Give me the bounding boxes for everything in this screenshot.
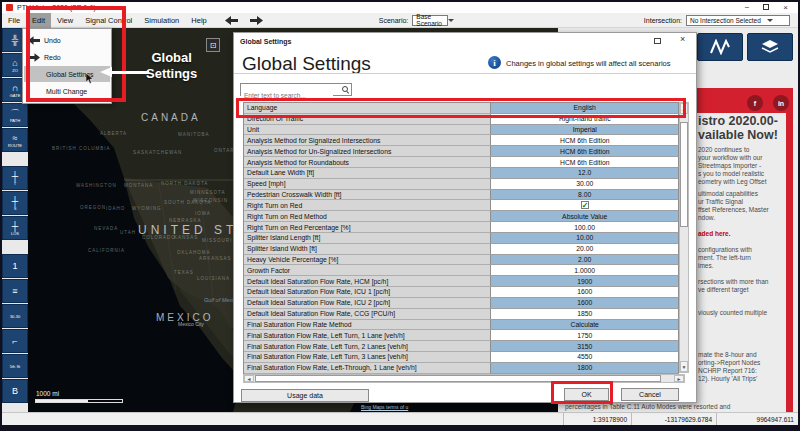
cancel-button[interactable]: Cancel bbox=[621, 388, 679, 401]
junction-t-tool-button[interactable]: ┼T bbox=[2, 166, 28, 190]
scroll-left-icon[interactable]: ◄ bbox=[244, 375, 254, 382]
dialog-close-button[interactable]: × bbox=[680, 34, 685, 44]
news-paragraph: mate the 8-hour andorting->Report NodesN… bbox=[698, 351, 793, 383]
intersection-label: Intersection: bbox=[644, 17, 682, 24]
setting-value[interactable]: HCM 6th Edition bbox=[491, 157, 679, 168]
map-label-wyoming: WYOMING bbox=[132, 206, 162, 211]
vertical-scrollbar[interactable]: ▲ ▼ bbox=[679, 102, 689, 373]
setting-value[interactable]: HCM 6th Edition bbox=[491, 135, 679, 146]
app-window: PTV Vistro 2020 (SP 0-6) − × FileEditVie… bbox=[0, 0, 800, 431]
info-icon: i bbox=[488, 56, 501, 69]
setting-value[interactable]: 12.0 bbox=[491, 168, 679, 179]
map-fit-screen-icon[interactable]: ⊡ bbox=[206, 38, 220, 52]
edit-menu-item-global-settings[interactable]: Global Settings bbox=[24, 66, 110, 82]
route-tool-button[interactable]: ≈ROUTE bbox=[2, 128, 28, 152]
setting-value[interactable]: 30.00 bbox=[491, 179, 679, 190]
setting-value[interactable]: 1850 bbox=[491, 309, 679, 320]
map-label-idaho: IDAHO bbox=[106, 206, 125, 211]
map-label-minnesota: MINNESOTA bbox=[190, 190, 225, 195]
los-tool-button[interactable]: ┼LOS bbox=[2, 216, 28, 240]
menu-file[interactable]: File bbox=[2, 13, 26, 28]
divider bbox=[234, 73, 696, 74]
bing-maps-terms-link[interactable]: Bing Maps terms of u bbox=[361, 404, 408, 410]
setting-value[interactable]: 4550 bbox=[491, 352, 679, 363]
setting-value[interactable]: 2.00 bbox=[491, 255, 679, 266]
setting-label: Analysis Method for Un-Signalized Inters… bbox=[244, 146, 491, 157]
setting-value[interactable]: 1800 bbox=[491, 363, 679, 374]
window-title: PTV Vistro 2020 (SP 0-6) bbox=[17, 4, 96, 11]
node-number-tool-button[interactable]: 1 bbox=[2, 254, 28, 278]
map-label-iowa: IOWA bbox=[195, 211, 211, 216]
news-paragraph: configurations withment. The left-turnim… bbox=[698, 246, 793, 270]
node-list-tool-button[interactable]: ≡ bbox=[2, 279, 28, 303]
setting-value[interactable]: Calculate bbox=[491, 320, 679, 331]
path-tool-button[interactable]: ⌒PATH bbox=[2, 103, 28, 127]
checkbox-checked-icon[interactable]: ✓ bbox=[581, 201, 589, 209]
linkedin-icon[interactable]: in bbox=[773, 95, 789, 111]
news-bottom-text: percentages in Table C.11 Auto Modes wer… bbox=[565, 403, 730, 410]
ramp-tool-button[interactable]: ⌐ bbox=[2, 329, 28, 353]
dialog-info-text: Changes in global settings will affect a… bbox=[506, 59, 671, 68]
setting-label: Direction Of Traffic bbox=[244, 114, 491, 125]
map-scale-bar bbox=[35, 399, 123, 403]
dialog-titlebar[interactable]: Global Settings bbox=[234, 33, 696, 49]
horizontal-scrollbar[interactable]: ◄ ► bbox=[243, 374, 685, 383]
timing-tool-button[interactable]: 30-30 bbox=[2, 304, 28, 328]
edit-menu-item-undo[interactable]: Undo bbox=[24, 32, 110, 48]
setting-label: Final Saturation Flow Rate, Left Turn, 2… bbox=[244, 341, 491, 352]
menu-simulation[interactable]: Simulation bbox=[138, 13, 185, 28]
menu-edit[interactable]: Edit bbox=[26, 13, 51, 28]
reports-toolbar-icon[interactable] bbox=[747, 33, 793, 61]
dialog-maximize-button[interactable] bbox=[654, 38, 661, 44]
setting-value[interactable]: 8.00 bbox=[491, 190, 679, 201]
menu-view[interactable]: View bbox=[51, 13, 79, 28]
setting-value[interactable]: Right-hand traffic bbox=[491, 114, 679, 125]
scroll-down-icon[interactable]: ▼ bbox=[680, 361, 688, 372]
close-button[interactable]: × bbox=[783, 3, 788, 12]
setting-value[interactable]: Imperial bbox=[491, 125, 679, 136]
settings-row-final-saturation-flow-rate-left-turn-2-lanes-veh-h: Final Saturation Flow Rate, Left Turn, 2… bbox=[244, 341, 679, 352]
route-label-tool-button[interactable]: B bbox=[2, 379, 28, 403]
setting-value[interactable]: 1600 bbox=[491, 287, 679, 298]
setting-value[interactable]: 20.00 bbox=[491, 244, 679, 255]
setting-value[interactable]: 1600 bbox=[491, 298, 679, 309]
settings-search-input[interactable] bbox=[241, 90, 333, 101]
setting-value[interactable]: 1750 bbox=[491, 330, 679, 341]
map-label-nebraska: NEBRASKA bbox=[169, 218, 202, 223]
setting-value[interactable]: English bbox=[491, 103, 679, 114]
news-download-link[interactable]: aded here. bbox=[698, 230, 793, 238]
edit-menu-item-multi-change[interactable]: Multi Change bbox=[24, 83, 110, 99]
setting-value[interactable]: 1900 bbox=[491, 276, 679, 287]
redo-forward-arrow-icon[interactable] bbox=[250, 11, 263, 29]
setting-value[interactable]: 1.0000 bbox=[491, 265, 679, 276]
menu-help[interactable]: Help bbox=[185, 13, 212, 28]
setting-value[interactable]: Absolute Value bbox=[491, 211, 679, 222]
minimize-button[interactable]: − bbox=[745, 3, 750, 12]
street-name-tool-button[interactable]: 5th St bbox=[2, 354, 28, 378]
map-label-oregon: OREGON bbox=[80, 205, 106, 210]
setting-value[interactable]: ✓ bbox=[491, 200, 679, 211]
vertical-scroll-thumb[interactable] bbox=[680, 122, 688, 227]
node-number-tool-icon: 1 bbox=[12, 261, 17, 271]
ok-button[interactable]: OK bbox=[564, 388, 609, 401]
setting-value[interactable]: 100.00 bbox=[491, 222, 679, 233]
scenario-dropdown[interactable]: Base Scenario bbox=[412, 15, 448, 26]
maximize-button[interactable] bbox=[763, 4, 769, 10]
setting-label: Final Saturation Flow Rate, Left Turn, 3… bbox=[244, 352, 491, 363]
facebook-icon[interactable]: f bbox=[747, 95, 763, 111]
undo-back-arrow-icon[interactable] bbox=[225, 11, 238, 29]
scroll-up-icon[interactable]: ▲ bbox=[680, 103, 688, 114]
setting-value[interactable]: HCM 6th Edition bbox=[491, 146, 679, 157]
setting-value[interactable]: 10.00 bbox=[491, 233, 679, 244]
setting-value[interactable]: 3150 bbox=[491, 341, 679, 352]
scroll-right-icon[interactable]: ► bbox=[674, 375, 684, 382]
menu-signal-control[interactable]: Signal Control bbox=[79, 13, 138, 28]
horizontal-scroll-thumb[interactable] bbox=[255, 375, 661, 382]
edit-menu-item-redo[interactable]: Redo bbox=[24, 49, 110, 65]
junction-s-tool-button[interactable]: ┼S bbox=[2, 191, 28, 215]
chevron-down-icon bbox=[767, 19, 773, 22]
intersection-dropdown[interactable]: No Intersection Selected bbox=[686, 15, 790, 26]
usage-data-button[interactable]: Usage data bbox=[241, 389, 369, 402]
news-paragraph: viously counted multiple bbox=[698, 309, 793, 317]
network-toolbar-icon[interactable] bbox=[697, 33, 743, 61]
